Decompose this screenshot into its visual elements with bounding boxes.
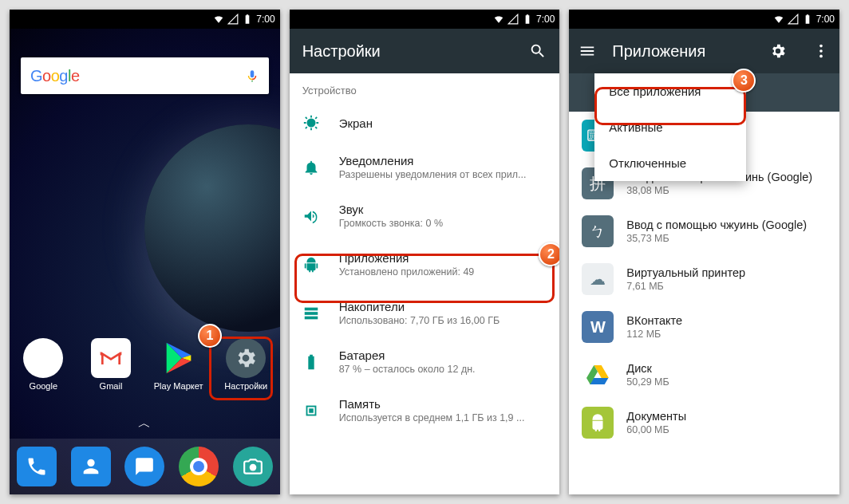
- dock-chrome[interactable]: [172, 447, 226, 486]
- home-screen: Google Google Gmail: [10, 29, 280, 494]
- wifi-icon: [773, 14, 784, 25]
- settings-item-subtitle: Используется в среднем 1,1 ГБ из 1,9 ...: [339, 412, 525, 423]
- storage-icon: [302, 305, 320, 322]
- wifi-icon: [213, 14, 224, 25]
- app-item-size: 38,08 МБ: [626, 185, 812, 196]
- app-item-title: Виртуальный принтер: [626, 266, 745, 279]
- app-item-size: 112 МБ: [626, 329, 682, 340]
- dock: [10, 439, 280, 494]
- status-bar: 7:00: [569, 10, 839, 29]
- google-search-bar[interactable]: Google: [21, 57, 269, 94]
- memory-icon: [302, 402, 320, 419]
- app-icon: ㄅ: [582, 215, 614, 247]
- app-google-folder[interactable]: Google: [14, 338, 72, 391]
- app-label: Настройки: [224, 381, 267, 391]
- android-icon: [302, 256, 320, 274]
- svg-rect-1: [304, 307, 318, 310]
- settings-item-subtitle: Использовано: 7,70 ГБ из 16,00 ГБ: [339, 315, 500, 326]
- app-settings[interactable]: Настройки: [217, 338, 274, 391]
- phone-apps: 7:00 Приложения ⌨ (Google) 拼 Ввод с помо…: [569, 10, 839, 494]
- battery-icon: [302, 353, 320, 371]
- app-item-title: Диск: [626, 362, 669, 375]
- settings-item-battery[interactable]: Батарея87 % – осталось около 12 дн.: [290, 337, 560, 386]
- app-list-item[interactable]: W ВКонтакте112 МБ: [569, 303, 839, 351]
- app-item-title: Документы: [626, 410, 686, 423]
- brightness-icon: [302, 114, 320, 132]
- signal-icon: [227, 14, 239, 25]
- search-icon[interactable]: [529, 42, 547, 60]
- popup-item-all-apps[interactable]: Все приложения: [594, 73, 746, 109]
- wallpaper-planet: [144, 124, 280, 332]
- settings-item-title: Экран: [339, 116, 373, 130]
- app-item-size: 50,29 МБ: [626, 376, 669, 388]
- settings-item-subtitle: Разрешены уведомления от всех прил...: [339, 169, 527, 180]
- app-item-size: 35,73 МБ: [626, 233, 807, 244]
- bell-icon: [302, 159, 320, 176]
- popup-item-disabled[interactable]: Отключенные: [594, 145, 746, 181]
- app-list-item[interactable]: ㄅ Ввод с помощью чжуинь (Google)35,73 МБ: [569, 207, 839, 255]
- settings-item-subtitle: 87 % – осталось около 12 дн.: [339, 364, 476, 375]
- android-icon: [582, 407, 614, 439]
- phone-home: 7:00 Google Google: [10, 10, 280, 494]
- phone-settings: 7:00 Настройки Устройство Экран Уведомле…: [290, 10, 560, 494]
- svg-point-0: [249, 464, 256, 471]
- settings-item-subtitle: Громкость звонка: 0 %: [339, 218, 443, 229]
- wifi-icon: [493, 14, 504, 25]
- svg-point-8: [819, 55, 823, 58]
- app-play-store[interactable]: Play Маркет: [150, 338, 207, 391]
- mic-icon[interactable]: [245, 67, 259, 85]
- dock-camera[interactable]: [226, 447, 280, 486]
- gear-icon[interactable]: [769, 42, 787, 60]
- settings-item-notifications[interactable]: УведомленияРазрешены уведомления от всех…: [290, 143, 560, 191]
- cloud-print-icon: ☁: [582, 263, 614, 295]
- settings-item-title: Уведомления: [339, 154, 527, 167]
- settings-item-title: Накопители: [339, 300, 500, 313]
- dock-contacts[interactable]: [64, 447, 118, 486]
- settings-item-title: Батарея: [339, 348, 476, 362]
- more-icon[interactable]: [812, 42, 830, 60]
- status-time: 7:00: [536, 14, 555, 25]
- app-list-item[interactable]: Документы60,00 МБ: [569, 399, 839, 447]
- google-logo: Google: [30, 67, 80, 85]
- app-label: Gmail: [100, 381, 123, 391]
- settings-item-sound[interactable]: ЗвукГромкость звонка: 0 %: [290, 191, 560, 240]
- settings-section-header: Устройство: [290, 73, 560, 103]
- svg-rect-5: [309, 408, 314, 413]
- app-drawer-handle[interactable]: ︿: [138, 415, 151, 432]
- signal-icon: [507, 14, 519, 25]
- battery-icon: [802, 14, 813, 25]
- svg-point-7: [819, 49, 823, 53]
- drive-icon: [582, 359, 614, 391]
- app-list-item[interactable]: ☁ Виртуальный принтер7,61 МБ: [569, 255, 839, 303]
- status-time: 7:00: [256, 14, 274, 25]
- menu-icon[interactable]: [579, 42, 596, 60]
- app-item-size: 7,61 МБ: [626, 281, 745, 292]
- dock-messages[interactable]: [117, 447, 172, 486]
- volume-icon: [302, 207, 320, 225]
- settings-item-title: Память: [339, 397, 525, 411]
- app-gmail[interactable]: Gmail: [82, 338, 140, 391]
- filter-popup: Все приложения Активные Отключенные: [594, 73, 746, 181]
- annotation-badge-2: 2: [539, 242, 559, 266]
- svg-rect-2: [304, 312, 318, 315]
- settings-item-storage[interactable]: НакопителиИспользовано: 7,70 ГБ из 16,00…: [290, 289, 560, 337]
- settings-item-apps[interactable]: ПриложенияУстановлено приложений: 49: [290, 240, 560, 289]
- settings-item-title: Приложения: [339, 251, 475, 265]
- app-item-title: ВКонтакте: [626, 314, 682, 327]
- settings-item-title: Звук: [339, 203, 443, 216]
- status-bar: 7:00: [290, 10, 560, 29]
- settings-item-memory[interactable]: ПамятьИспользуется в среднем 1,1 ГБ из 1…: [290, 386, 560, 435]
- settings-title: Настройки: [302, 42, 381, 61]
- apps-toolbar: Приложения: [569, 29, 839, 73]
- svg-rect-3: [304, 316, 318, 319]
- signal-icon: [788, 14, 799, 25]
- status-bar: 7:00: [10, 10, 280, 29]
- settings-item-subtitle: Установлено приложений: 49: [339, 266, 475, 278]
- app-list-item[interactable]: Диск50,29 МБ: [569, 351, 839, 399]
- app-label: Play Маркет: [154, 381, 203, 391]
- battery-icon: [242, 14, 253, 25]
- settings-item-display[interactable]: Экран: [290, 103, 560, 143]
- popup-item-active[interactable]: Активные: [594, 109, 746, 145]
- dock-phone[interactable]: [10, 447, 64, 486]
- apps-title: Приложения: [612, 42, 705, 61]
